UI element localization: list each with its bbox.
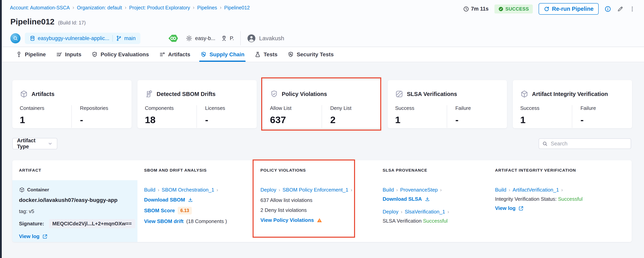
policy-stage-link[interactable]: Deploy — [260, 187, 276, 193]
shield-check-icon — [270, 90, 278, 98]
stat-value: - — [205, 114, 257, 125]
branch-link[interactable]: main — [116, 36, 136, 42]
stat-slsa-failure: Failure - — [455, 105, 507, 128]
slsa-stage1-link[interactable]: Build — [382, 187, 394, 193]
tab-tests[interactable]: Tests — [254, 47, 278, 62]
stat-licenses: Licenses - — [205, 105, 257, 128]
col-header-slsa: SLSA PROVENANCE — [376, 168, 488, 172]
execution-duration: 7m 11s — [463, 6, 488, 12]
sbom-stage-link[interactable]: Build — [144, 187, 156, 193]
clock-icon — [463, 6, 469, 12]
tab-inputs[interactable]: Inputs — [56, 47, 81, 62]
col-header-sbom: SBOM AND DRIFT ANALYSIS — [138, 168, 254, 172]
card-title: Policy Violations — [282, 91, 327, 97]
chevron-separator: › — [278, 187, 280, 193]
download-icon — [425, 196, 430, 202]
tab-label: Security Tests — [296, 52, 334, 58]
integrity-status-label: Integrity Verification Status: — [495, 196, 556, 202]
tab-policy-evaluations[interactable]: Policy Evaluations — [92, 47, 149, 62]
view-sbom-drift-link[interactable]: View SBOM drift — [144, 218, 184, 224]
card-artifacts: Artifacts Containers 1 Repositories - — [12, 80, 132, 128]
slsa-step2-link[interactable]: SlsaVerification_1 — [405, 209, 445, 215]
branch-name: main — [124, 36, 136, 42]
chevron-down-icon — [48, 141, 52, 146]
view-policy-violations-link[interactable]: View Policy Violations — [260, 217, 314, 223]
download-icon — [188, 197, 193, 203]
info-button[interactable] — [604, 6, 611, 12]
user-name: Lavakush — [259, 35, 284, 42]
tab-security-tests[interactable]: Security Tests — [288, 47, 334, 62]
artifact-type-label: Artifact Type — [17, 138, 48, 150]
breadcrumb-pipeline012[interactable]: Pipeline012 — [224, 5, 250, 10]
breadcrumb-pipelines[interactable]: Pipelines — [197, 5, 217, 10]
breadcrumb-project[interactable]: Project: Product Exploratory — [129, 5, 190, 10]
tab-artifacts[interactable]: Artifacts — [159, 47, 190, 62]
col-header-policy-violations: POLICY VIOLATIONS — [254, 168, 376, 172]
search-input[interactable] — [538, 138, 631, 149]
sbom-step-link[interactable]: SBOM Orchestration_1 — [162, 187, 214, 193]
artifact-type-badge: Container — [27, 187, 49, 192]
stat-label: Repositories — [80, 105, 132, 111]
stat-value: - — [455, 114, 507, 125]
chevron-separator: › — [561, 187, 563, 193]
integrity-step-link[interactable]: ArtifactVerification_1 — [512, 187, 559, 193]
stat-label: Failure — [455, 105, 507, 111]
chevron-separator: › — [158, 187, 159, 193]
artifact-type-select[interactable]: Artifact Type — [12, 138, 57, 149]
repo-name: easybuggy-vulnerable-applic... — [38, 36, 109, 42]
chevron-separator: › — [396, 187, 398, 193]
stat-deny-list: Deny List 2 — [330, 105, 382, 128]
inputs-icon — [56, 52, 62, 58]
top-controls: 7m 11s SUCCESS Re-run Pipeline — [463, 3, 636, 15]
view-log-link[interactable]: View log — [19, 233, 40, 240]
stat-value: 637 — [270, 114, 322, 125]
card-title: Artifact Integrity Verification — [532, 91, 608, 97]
download-sbom-link[interactable]: Download SBOM — [144, 197, 185, 203]
chevron-separator: › — [509, 187, 510, 193]
signature-value: MEQCICde2Vjl...L+2+mqnOXw== — [49, 219, 135, 228]
code-repo-icon — [10, 33, 20, 44]
stat-value: 1 — [20, 114, 71, 125]
kebab-menu-icon — [629, 6, 636, 12]
stat-label: Success — [395, 105, 447, 111]
stat-label: Licenses — [205, 105, 257, 111]
view-log-link[interactable]: View log — [495, 205, 516, 211]
tab-label: Policy Evaluations — [100, 52, 149, 58]
more-options-button[interactable] — [629, 6, 636, 12]
chevron-separator: › — [216, 187, 218, 193]
tab-supply-chain[interactable]: Supply Chain — [200, 47, 244, 62]
breadcrumb-account[interactable]: Account: Automation-SSCA — [10, 5, 70, 10]
artifacts-table: ARTIFACT SBOM AND DRIFT ANALYSIS POLICY … — [12, 160, 632, 242]
artifact-name: docker.io/lavakush07/easy-buggy-app — [19, 197, 134, 203]
rerun-pipeline-button[interactable]: Re-run Pipeline — [538, 3, 599, 15]
info-icon — [604, 6, 611, 12]
stat-label: Containers — [20, 105, 71, 111]
slsa-step1-link[interactable]: ProvenanceStep — [400, 187, 438, 193]
breadcrumb-org[interactable]: Organization: default — [77, 5, 122, 10]
stat-value: 2 — [330, 114, 382, 125]
execution-meta-row: easybuggy-vulnerable-applic... main easy… — [10, 32, 284, 44]
stat-integrity-success: Success 1 — [520, 105, 572, 128]
table-header-row: ARTIFACT SBOM AND DRIFT ANALYSIS POLICY … — [12, 160, 632, 180]
policy-step-link[interactable]: SBOM Policy Enforcement_1 — [282, 187, 348, 193]
stage-chip[interactable]: P. — [221, 35, 234, 42]
tab-pipeline[interactable]: Pipeline — [16, 47, 46, 62]
table-row: Container docker.io/lavakush07/easy-bugg… — [12, 180, 632, 242]
cube-icon — [520, 90, 528, 98]
repo-link[interactable]: easybuggy-vulnerable-applic... — [30, 36, 109, 42]
download-slsa-link[interactable]: Download SLSA — [382, 196, 422, 202]
tab-label: Supply Chain — [210, 52, 244, 58]
stat-components: Components 18 — [145, 105, 196, 128]
edit-pipeline-button[interactable] — [617, 6, 623, 12]
card-slsa-verifications: SLSA Verifications Success 1 Failure - — [388, 80, 507, 128]
breadcrumb-separator: › — [220, 4, 222, 10]
stat-allow-list: Allow List 637 — [270, 105, 322, 128]
integrity-stage-link[interactable]: Build — [495, 187, 506, 193]
sbom-score-link[interactable]: SBOM Score — [144, 208, 175, 214]
triggered-pipeline-chip[interactable]: easy-b... — [186, 35, 216, 42]
stat-label: Success — [520, 105, 572, 111]
stat-divider — [71, 105, 72, 128]
slsa-stage2-link[interactable]: Deploy — [382, 209, 398, 215]
deny-list-violations: 2 Deny list violations — [260, 207, 372, 213]
repository-icon — [30, 36, 36, 41]
